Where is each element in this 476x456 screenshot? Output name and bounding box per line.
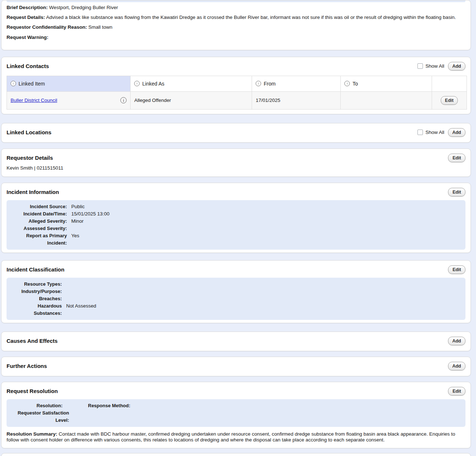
request-resolution-fields: Resolution: Response Method: Requestor S… (7, 399, 465, 427)
causes-and-effects-title: Causes And Effects (7, 338, 57, 344)
to-cell (341, 91, 432, 109)
field-value: Yes (71, 232, 79, 247)
column-label: Linked As (142, 81, 164, 87)
sort-ascending-icon: ↑ (134, 81, 140, 86)
column-header-linked-item[interactable]: ↑Linked Item (7, 76, 131, 91)
request-summary-panel: Brief Description: Westport, Dredging Bu… (1, 0, 471, 50)
field-value: Minor (71, 218, 84, 225)
column-label: Linked Item (19, 81, 45, 87)
request-resolution-edit-button[interactable]: Edit (448, 387, 465, 396)
linked-contacts-table: ↑Linked Item ↑Linked As ↑From ↑To Buller… (7, 76, 467, 110)
request-details-label: Request Details: (7, 15, 45, 20)
causes-and-effects-add-button[interactable]: Add (448, 337, 465, 345)
causes-and-effects-panel: Causes And Effects Add (1, 332, 471, 351)
column-label: To (352, 81, 358, 87)
field-label: Alleged Severity: (11, 218, 67, 225)
linked-contacts-show-all: Show All (417, 63, 444, 69)
field-row: Assessed Severity: (11, 225, 461, 232)
linked-locations-panel: Linked Locations Show All Add (1, 123, 471, 143)
incident-classification-fields: Resource Types: Industry/Purpose: Breach… (7, 278, 465, 320)
column-header-to[interactable]: ↑To (341, 76, 432, 91)
field-row: Resource Types: (11, 281, 461, 288)
further-actions-title: Further Actions (7, 363, 47, 369)
incident-information-edit-button[interactable]: Edit (448, 188, 465, 197)
column-header-from[interactable]: ↑From (252, 76, 341, 91)
resolution-summary-label: Resolution Summary: (7, 431, 57, 437)
incident-classification-panel: Incident Classification Edit Resource Ty… (1, 260, 471, 323)
satisfaction-label: Requestor Satisfaction Level: (11, 409, 69, 424)
linked-item-link[interactable]: Buller District Council (11, 98, 57, 103)
field-row: Incident Source:Public (11, 203, 461, 210)
brief-description-value: Westport, Dredging Buller River (49, 5, 118, 10)
field-row: Incident Date/Time:15/01/2025 13:00 (11, 210, 461, 218)
linked-locations-add-button[interactable]: Add (448, 128, 465, 137)
show-all-label: Show All (425, 63, 444, 69)
linked-locations-title: Linked Locations (7, 129, 51, 135)
linked-contacts-panel: Linked Contacts Show All Add ↑Linked Ite… (1, 57, 471, 114)
field-label: Incident Date/Time: (11, 210, 67, 218)
brief-description-label: Brief Description: (7, 5, 48, 10)
confidentiality-value: Small town (88, 24, 112, 30)
resolution-summary: Resolution Summary: Contact made with BD… (6, 430, 466, 448)
sort-ascending-icon: ↑ (256, 81, 261, 86)
field-label: Hazardous Substances: (11, 302, 62, 317)
field-row: Report as Primary Incident:Yes (11, 232, 461, 247)
page: Brief Description: Westport, Dredging Bu… (0, 0, 476, 456)
confidentiality-label: Requestor Confidentiality Reason: (7, 24, 87, 30)
request-resolution-title: Request Resolution (7, 388, 58, 394)
brief-description-line: Brief Description: Westport, Dredging Bu… (6, 5, 466, 10)
request-resolution-panel: Request Resolution Edit Resolution: Resp… (1, 382, 471, 448)
field-value: Not Assessed (66, 302, 96, 317)
field-label: Industry/Purpose: (11, 288, 62, 295)
field-row: Alleged Severity:Minor (11, 218, 461, 225)
status-history-panel: Status History Add ↑Status ↑Date/Time ↑C… (1, 453, 471, 456)
request-warning-line: Request Warning: (6, 35, 466, 45)
confidentiality-line: Requestor Confidentiality Reason: Small … (6, 25, 466, 30)
field-label: Resource Types: (11, 281, 62, 288)
linked-contacts-title: Linked Contacts (7, 63, 49, 69)
incident-information-fields: Incident Source:Public Incident Date/Tim… (7, 200, 465, 250)
request-details-line: Request Details: Advised a black like su… (6, 15, 466, 20)
incident-information-title: Incident Information (7, 189, 59, 195)
linked-as-cell: Alleged Offender (131, 91, 252, 109)
field-value: Public (71, 203, 85, 210)
resolution-summary-text: Contact made with BDC harbour master, co… (7, 431, 455, 443)
row-edit-button[interactable]: Edit (441, 96, 458, 105)
column-header-actions (432, 76, 467, 91)
sort-ascending-icon: ↑ (11, 81, 16, 86)
column-header-linked-as[interactable]: ↑Linked As (131, 76, 252, 91)
incident-classification-edit-button[interactable]: Edit (448, 265, 465, 274)
field-value: 15/01/2025 13:00 (71, 210, 109, 218)
linked-contacts-header-row: ↑Linked Item ↑Linked As ↑From ↑To (7, 76, 467, 91)
cutoff-field-box (7, 0, 465, 2)
requestor-summary: Kevin Smith | 0211515011 (6, 165, 466, 177)
field-row: Requestor Satisfaction Level: (11, 409, 461, 424)
request-warning-label: Request Warning: (7, 35, 48, 40)
field-label: Report as Primary Incident: (11, 232, 67, 247)
field-row: Hazardous Substances:Not Assessed (11, 302, 461, 317)
request-details-value: Advised a black like substance was flowi… (46, 15, 456, 20)
linked-locations-show-all: Show All (417, 130, 444, 135)
requestor-details-panel: Requestor Details Edit Kevin Smith | 021… (1, 148, 471, 177)
row-actions-cell: Edit (432, 91, 467, 109)
response-method-label: Response Method: (88, 402, 130, 409)
column-label: From (264, 81, 276, 87)
field-row: Resolution: Response Method: (11, 402, 461, 409)
info-icon[interactable]: i (120, 97, 127, 103)
further-actions-add-button[interactable]: Add (448, 362, 465, 370)
table-row: Buller District Council i Alleged Offend… (7, 91, 467, 109)
sort-ascending-icon: ↑ (344, 81, 350, 86)
show-all-label: Show All (425, 130, 444, 135)
incident-classification-title: Incident Classification (7, 266, 64, 273)
field-label: Assessed Severity: (11, 225, 67, 232)
incident-information-panel: Incident Information Edit Incident Sourc… (1, 183, 471, 253)
show-all-checkbox[interactable] (417, 63, 423, 69)
linked-contacts-add-button[interactable]: Add (448, 62, 465, 71)
field-row: Industry/Purpose: (11, 288, 461, 295)
field-label: Incident Source: (11, 203, 67, 210)
from-cell: 17/01/2025 (252, 91, 341, 109)
field-row: Breaches: (11, 295, 461, 302)
further-actions-panel: Further Actions Add (1, 357, 471, 376)
show-all-checkbox[interactable] (417, 130, 423, 135)
requestor-details-edit-button[interactable]: Edit (448, 154, 465, 162)
